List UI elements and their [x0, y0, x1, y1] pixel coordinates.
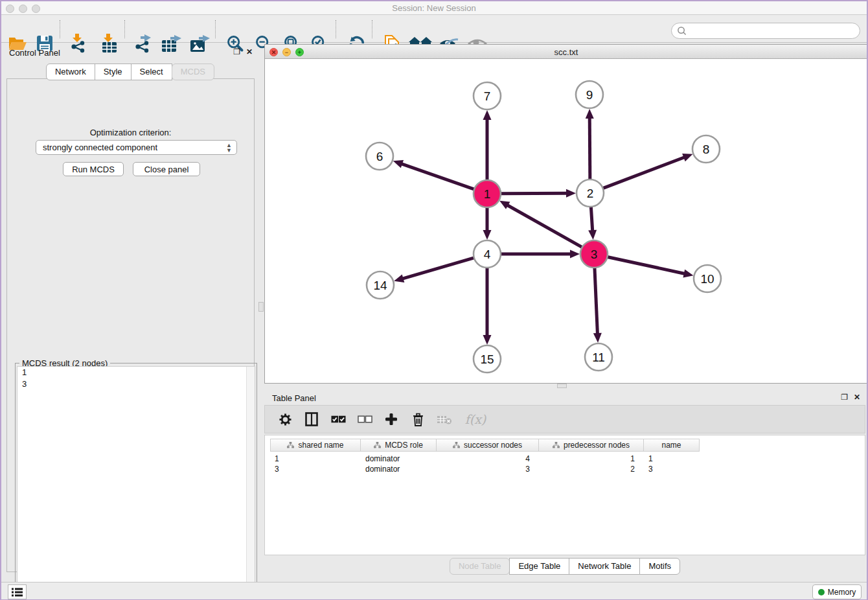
table-cell[interactable]: 3 — [644, 464, 700, 474]
column-header-label: MCDS role — [385, 441, 423, 450]
window-title: Session: New Session — [1, 3, 867, 13]
tab-style[interactable]: Style — [95, 63, 131, 80]
column-type-icon — [453, 442, 460, 448]
table-cell[interactable]: dominator — [361, 464, 437, 474]
close-panel-button[interactable]: Close panel — [133, 162, 200, 176]
fx-icon: f(x) — [465, 412, 486, 426]
graph-edge-arrowhead — [586, 109, 594, 119]
memory-button[interactable]: Memory — [812, 584, 862, 599]
float-panel-icon[interactable]: ❐ — [841, 393, 848, 401]
run-mcds-button[interactable]: Run MCDS — [63, 162, 124, 176]
search-input[interactable] — [687, 25, 860, 38]
optimization-criterion-label: Optimization criterion: — [7, 128, 254, 137]
dropdown-selected-value: strongly connected component — [43, 143, 157, 152]
graph-edge-arrowhead — [682, 154, 692, 161]
split-panel-button[interactable] — [303, 410, 320, 428]
add-column-button[interactable] — [383, 410, 400, 428]
tab-network-table[interactable]: Network Table — [569, 558, 640, 575]
graph-edge-2-3[interactable] — [591, 207, 593, 233]
graph-edge-arrowhead — [570, 250, 580, 259]
toolbar-separator — [215, 20, 216, 38]
table-row[interactable]: 1dominator411 — [270, 454, 700, 464]
column-header-label: shared name — [298, 441, 343, 450]
table-cell[interactable]: 3 — [270, 464, 361, 474]
column-header-label: predecessor nodes — [564, 441, 630, 450]
graph-edge-arrowhead — [683, 270, 693, 278]
table-cell[interactable]: dominator — [361, 454, 437, 464]
delete-columns-button[interactable] — [409, 410, 426, 428]
table-cell[interactable]: 1 — [270, 454, 361, 464]
toolbar-separator — [124, 20, 125, 38]
table-cell[interactable]: 2 — [539, 464, 644, 474]
function-builder-button[interactable]: f(x) — [463, 410, 488, 428]
graph-edge-4-14[interactable] — [401, 258, 474, 279]
tab-select[interactable]: Select — [131, 63, 172, 80]
delete-table-button[interactable] — [436, 410, 453, 428]
select-all-button[interactable] — [330, 410, 347, 428]
close-panel-icon[interactable]: ✕ — [246, 48, 253, 56]
graph-node-label: 9 — [586, 88, 593, 102]
column-header-shared-name[interactable]: shared name — [270, 439, 361, 452]
network-window-titlebar[interactable]: ✕ − + scc.txt — [265, 45, 867, 59]
graph-edge-2-8[interactable] — [603, 157, 687, 189]
graph-node-label: 4 — [484, 248, 491, 261]
mcds-result-item[interactable]: 3 — [17, 378, 255, 390]
main-toolbar — [1, 16, 867, 43]
tab-node-table[interactable]: Node Table — [450, 558, 510, 575]
mcds-result-item[interactable]: 1 — [17, 367, 255, 378]
dropdown-arrows-icon: ▲▼ — [226, 143, 232, 153]
close-panel-icon[interactable]: ✕ — [854, 393, 860, 401]
graph-edge-3-1[interactable] — [506, 204, 582, 247]
table-cell[interactable]: 1 — [539, 454, 644, 464]
table-settings-button[interactable] — [277, 410, 293, 428]
tab-edge-table[interactable]: Edge Table — [509, 558, 569, 575]
deselect-all-button[interactable] — [356, 410, 373, 428]
network-window: ✕ − + scc.txt 7968124314101511 — [264, 44, 868, 384]
table-cell[interactable]: 3 — [437, 464, 539, 474]
control-panel: Control Panel ❐ ✕ NetworkStyleSelectMCDS… — [1, 43, 259, 582]
column-type-icon — [553, 442, 560, 448]
toolbar-separator — [60, 20, 60, 38]
status-bar: Memory — [1, 582, 867, 599]
graph-edge-1-2[interactable] — [501, 193, 569, 194]
trash-icon — [413, 413, 424, 426]
graph-edge-2-9[interactable] — [589, 116, 590, 179]
network-window-title: scc.txt — [265, 47, 867, 57]
network-canvas[interactable]: 7968124314101511 — [265, 59, 867, 383]
mcds-result-list[interactable]: 13 — [17, 366, 255, 600]
tab-mcds[interactable]: MCDS — [172, 63, 214, 80]
horizontal-splitter-handle[interactable] — [557, 384, 567, 388]
delete-table-icon — [437, 414, 452, 425]
graph-edge-3-11[interactable] — [595, 268, 598, 336]
hide-panels-button[interactable] — [8, 584, 27, 599]
column-type-icon — [287, 442, 294, 448]
optimization-criterion-select[interactable]: strongly connected component ▲▼ — [36, 140, 237, 155]
checked-boxes-icon — [331, 415, 346, 423]
scrollbar-track[interactable] — [246, 367, 255, 600]
column-header-predecessor-nodes[interactable]: predecessor nodes — [539, 439, 644, 452]
column-header-label: successor nodes — [464, 441, 522, 450]
graph-node-label: 8 — [703, 143, 710, 156]
graph-edge-arrowhead — [593, 333, 602, 343]
table-header-row: shared nameMCDS rolesuccessor nodesprede… — [270, 439, 700, 452]
search-box — [671, 23, 860, 39]
tab-motifs[interactable]: Motifs — [639, 558, 680, 575]
tab-network[interactable]: Network — [46, 63, 95, 80]
column-header-name[interactable]: name — [644, 439, 700, 452]
vertical-splitter-handle[interactable] — [258, 302, 264, 312]
search-icon — [677, 26, 687, 36]
graph-edge-1-6[interactable] — [400, 163, 474, 189]
graph-edge-3-10[interactable] — [608, 257, 687, 274]
table-row[interactable]: 3dominator323 — [270, 464, 700, 474]
graph-node-label: 6 — [376, 150, 383, 163]
table-cell[interactable]: 4 — [437, 454, 539, 464]
table-panel-title: Table Panel — [272, 393, 316, 403]
table-cell[interactable]: 1 — [644, 454, 700, 464]
float-panel-icon[interactable]: ❐ — [233, 48, 240, 56]
graph-edge-arrowhead — [483, 335, 492, 345]
column-header-mcds-role[interactable]: MCDS role — [361, 439, 437, 452]
column-header-successor-nodes[interactable]: successor nodes — [437, 439, 539, 452]
graph-node-label: 7 — [484, 89, 491, 103]
control-panel-header: Control Panel ❐ ✕ — [1, 43, 259, 62]
graph-edge-arrowhead — [393, 160, 404, 168]
